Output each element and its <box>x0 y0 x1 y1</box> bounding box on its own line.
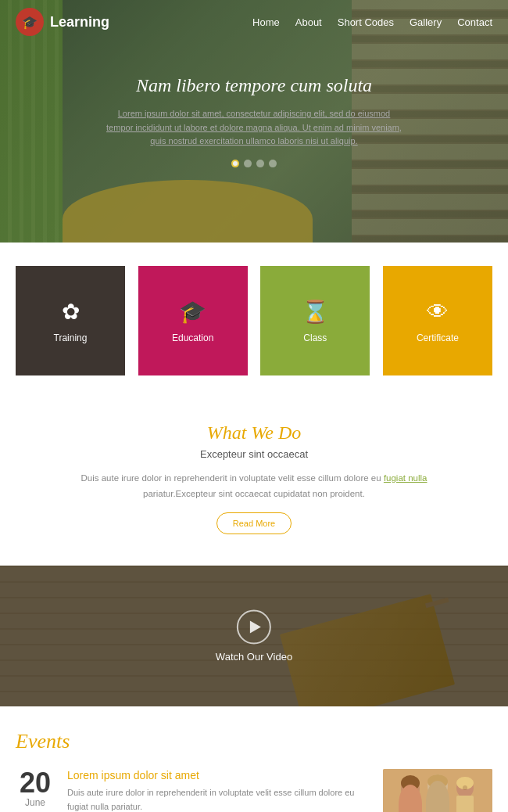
event-body: Lorem ipsum dolor sit amet Duis aute iru… <box>67 769 370 812</box>
nav-shortcodes[interactable]: Short Codes <box>338 16 394 28</box>
video-label: Watch Our Video <box>216 651 292 663</box>
certificate-label: Certificate <box>417 332 459 343</box>
hero-description: Lorem ipsum dolor sit amet, consectetur … <box>106 107 402 149</box>
event-title: Lorem ipsum dolor sit amet <box>67 769 370 781</box>
logo-icon: 🎓 <box>16 8 44 36</box>
logo: 🎓 Learning <box>16 8 109 36</box>
hero-title: Nam libero tempore cum soluta <box>106 75 402 96</box>
what-we-do-subtitle: Excepteur sint occaecat <box>63 448 445 460</box>
event-date: 20 June <box>16 769 55 808</box>
nav-contact[interactable]: Contact <box>457 16 492 28</box>
feature-training[interactable]: ✿ Training <box>16 266 125 375</box>
hero-dot-1[interactable] <box>231 160 239 167</box>
feature-education[interactable]: 🎓 Education <box>138 266 248 375</box>
what-we-do-title: What We Do <box>63 422 445 444</box>
svg-point-10 <box>408 786 413 791</box>
graduation-cap-icon: 🎓 <box>22 15 38 30</box>
events-title: Events <box>16 730 492 753</box>
hero-dot-3[interactable] <box>256 160 264 167</box>
event-image-svg <box>383 769 492 812</box>
svg-point-12 <box>463 785 467 790</box>
svg-point-7 <box>401 775 420 791</box>
nav-home[interactable]: Home <box>252 16 280 28</box>
play-button[interactable] <box>237 610 271 645</box>
feature-class[interactable]: ⌛ Class <box>260 266 370 375</box>
what-we-do-read-more[interactable]: Read More <box>216 512 292 534</box>
certificate-icon: 👁 <box>427 299 449 325</box>
education-icon: 🎓 <box>179 299 206 325</box>
features-section: ✿ Training 🎓 Education ⌛ Class 👁 Certifi… <box>16 266 492 375</box>
events-section: Events 20 June Lorem ipsum dolor sit ame… <box>0 706 508 812</box>
svg-rect-6 <box>456 796 474 812</box>
hero-content: Nam libero tempore cum soluta Lorem ipsu… <box>106 75 402 167</box>
training-icon: ✿ <box>62 299 80 325</box>
video-content: Watch Our Video <box>216 610 292 663</box>
nav-about[interactable]: About <box>295 16 322 28</box>
svg-rect-2 <box>401 796 420 812</box>
event-month: June <box>16 797 55 808</box>
event-item: 20 June Lorem ipsum dolor sit amet Duis … <box>16 769 492 812</box>
class-icon: ⌛ <box>302 299 329 325</box>
event-image <box>383 769 492 812</box>
fugiat-nulla-link[interactable]: fugiat nulla <box>384 473 428 483</box>
header: 🎓 Learning Home About Short Codes Galler… <box>0 0 508 44</box>
hero-dot-2[interactable] <box>244 160 252 167</box>
what-we-do-description: Duis aute irure dolor in reprehenderit i… <box>63 471 445 501</box>
main-nav: Home About Short Codes Gallery Contact <box>252 16 492 28</box>
hero-dot-4[interactable] <box>269 160 277 167</box>
svg-point-11 <box>435 784 440 789</box>
svg-point-8 <box>428 774 448 789</box>
education-label: Education <box>172 332 213 343</box>
logo-text: Learning <box>50 14 109 31</box>
event-day: 20 <box>16 769 55 797</box>
hero-dots <box>106 160 402 167</box>
svg-rect-4 <box>428 796 448 812</box>
what-we-do-section: What We Do Excepteur sint occaecat Duis … <box>0 399 508 550</box>
class-label: Class <box>303 332 327 343</box>
video-section: Watch Our Video <box>0 566 508 706</box>
nav-gallery[interactable]: Gallery <box>410 16 442 28</box>
event-description: Duis aute irure dolor in reprehenderit i… <box>67 786 370 812</box>
feature-certificate[interactable]: 👁 Certificate <box>383 266 492 375</box>
training-label: Training <box>54 332 88 343</box>
